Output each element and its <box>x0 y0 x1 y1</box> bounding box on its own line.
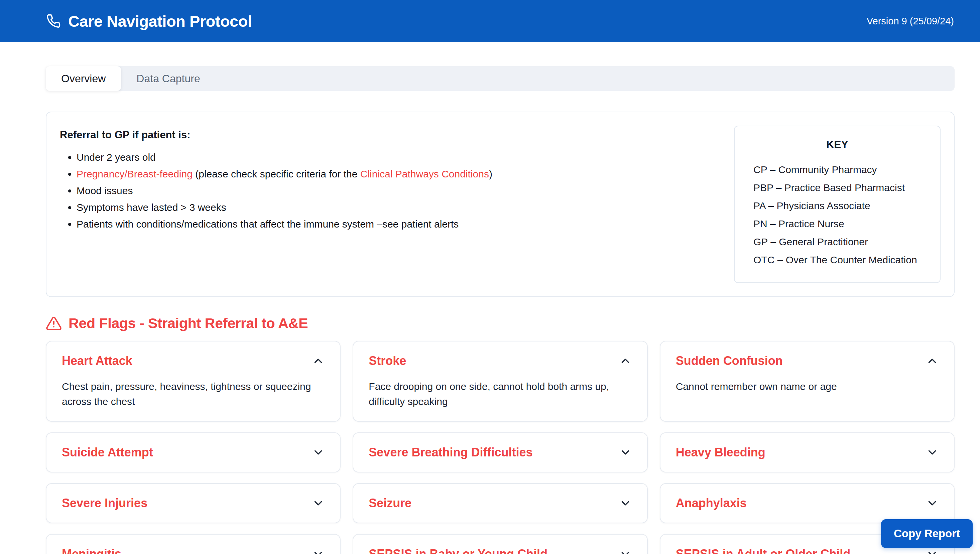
red-flags-grid: Heart AttackChest pain, pressure, heavin… <box>46 341 955 554</box>
tab-overview[interactable]: Overview <box>46 66 121 91</box>
card-body: Cannot remember own name or age <box>676 379 939 394</box>
card-toggle-sudden-confusion[interactable]: Sudden Confusion <box>676 353 939 368</box>
referral-item: Symptoms have lasted > 3 weeks <box>76 201 720 214</box>
key-panel: KEY CP – Community PharmacyPBP – Practic… <box>734 126 940 283</box>
card-heart-attack: Heart AttackChest pain, pressure, heavin… <box>46 341 341 422</box>
card-sepsis-in-baby-or-young-child: SEPSIS in Baby or Young Child <box>353 534 647 554</box>
page-title: Care Navigation Protocol <box>68 12 252 30</box>
card-title: Heavy Bleeding <box>676 445 765 460</box>
referral-item: Pregnancy/Breast-feeding (please check s… <box>76 168 720 180</box>
key-entry: OTC – Over The Counter Medication <box>754 251 921 269</box>
red-flags-heading: Red Flags - Straight Referral to A&E <box>69 315 308 331</box>
chevron-down-icon[interactable] <box>926 497 939 509</box>
app-header-left: Care Navigation Protocol <box>46 12 252 30</box>
card-toggle-suicide-attempt[interactable]: Suicide Attempt <box>62 445 325 460</box>
referral-item: Under 2 years old <box>76 151 720 164</box>
card-suicide-attempt: Suicide Attempt <box>46 432 341 473</box>
card-title: Severe Injuries <box>62 496 147 511</box>
key-title: KEY <box>754 138 921 151</box>
card-toggle-heart-attack[interactable]: Heart Attack <box>62 353 325 368</box>
card-sudden-confusion: Sudden ConfusionCannot remember own name… <box>660 341 955 422</box>
key-entry: CP – Community Pharmacy <box>754 161 921 179</box>
key-entry: PA – Physicians Associate <box>754 197 921 215</box>
referral-text: Mood issues <box>76 185 133 196</box>
tab-bar: Overview Data Capture <box>46 66 955 91</box>
chevron-down-icon[interactable] <box>619 446 632 459</box>
referral-link[interactable]: Clinical Pathways Conditions <box>360 169 489 180</box>
card-severe-breathing-difficulties: Severe Breathing Difficulties <box>353 432 647 473</box>
referral-text: (please check specific criteria for the <box>193 169 360 180</box>
card-toggle-stroke[interactable]: Stroke <box>369 353 631 368</box>
card-title: Meningitis <box>62 547 121 554</box>
card-title: Sudden Confusion <box>676 353 783 368</box>
card-title: Suicide Attempt <box>62 445 153 460</box>
chevron-down-icon[interactable] <box>312 497 325 509</box>
card-body: Face drooping on one side, cannot hold b… <box>369 379 631 409</box>
card-toggle-severe-injuries[interactable]: Severe Injuries <box>62 496 325 511</box>
referral-heading: Referral to GP if patient is: <box>60 129 720 141</box>
tab-data-capture[interactable]: Data Capture <box>121 66 215 91</box>
card-title: Severe Breathing Difficulties <box>369 445 532 460</box>
red-flags-heading-row: Red Flags - Straight Referral to A&E <box>46 315 955 331</box>
referral-list: Under 2 years oldPregnancy/Breast-feedin… <box>60 151 720 231</box>
referral-item: Patients with conditions/medications tha… <box>76 218 720 231</box>
chevron-down-icon[interactable] <box>926 548 939 554</box>
referral-text: ) <box>489 169 492 180</box>
app-header: Care Navigation Protocol Version 9 (25/0… <box>0 0 980 42</box>
chevron-up-icon[interactable] <box>619 355 632 367</box>
card-toggle-severe-breathing-difficulties[interactable]: Severe Breathing Difficulties <box>369 445 631 460</box>
card-meningitis: Meningitis <box>46 534 341 554</box>
card-heavy-bleeding: Heavy Bleeding <box>660 432 955 473</box>
card-title: SEPSIS in Baby or Young Child <box>369 547 548 554</box>
warning-triangle-icon <box>46 315 62 331</box>
version-label: Version 9 (25/09/24) <box>867 16 954 27</box>
card-title: Heart Attack <box>62 353 132 368</box>
card-severe-injuries: Severe Injuries <box>46 483 341 523</box>
card-anaphylaxis: Anaphylaxis <box>660 483 955 523</box>
chevron-down-icon[interactable] <box>619 497 632 509</box>
key-entry: GP – General Practitioner <box>754 233 921 251</box>
card-title: Anaphylaxis <box>676 496 747 511</box>
card-stroke: StrokeFace drooping on one side, cannot … <box>353 341 647 422</box>
copy-report-button[interactable]: Copy Report <box>881 519 973 548</box>
referral-content: Referral to GP if patient is: Under 2 ye… <box>60 126 720 283</box>
key-entries: CP – Community PharmacyPBP – Practice Ba… <box>754 161 921 269</box>
card-toggle-anaphylaxis[interactable]: Anaphylaxis <box>676 496 939 511</box>
card-title: SEPSIS in Adult or Older Child <box>676 547 851 554</box>
chevron-down-icon[interactable] <box>312 548 325 554</box>
chevron-down-icon[interactable] <box>619 548 632 554</box>
phone-icon <box>46 14 61 29</box>
referral-item: Mood issues <box>76 185 720 197</box>
key-entry: PBP – Practice Based Pharmacist <box>754 179 921 197</box>
referral-text: Under 2 years old <box>76 152 156 163</box>
card-toggle-meningitis[interactable]: Meningitis <box>62 547 325 554</box>
card-toggle-seizure[interactable]: Seizure <box>369 496 631 511</box>
referral-text: Patients with conditions/medications tha… <box>76 218 459 229</box>
referral-text: Symptoms have lasted > 3 weeks <box>76 202 226 213</box>
red-emphasis-text: Pregnancy/Breast-feeding <box>76 169 193 180</box>
chevron-up-icon[interactable] <box>926 355 939 367</box>
chevron-up-icon[interactable] <box>312 355 325 367</box>
chevron-down-icon[interactable] <box>312 446 325 459</box>
key-entry: PN – Practice Nurse <box>754 215 921 233</box>
referral-panel: Referral to GP if patient is: Under 2 ye… <box>46 111 955 297</box>
card-toggle-heavy-bleeding[interactable]: Heavy Bleeding <box>676 445 939 460</box>
main-content: Overview Data Capture Referral to GP if … <box>0 66 980 554</box>
card-body: Chest pain, pressure, heaviness, tightne… <box>62 379 325 409</box>
card-title: Seizure <box>369 496 411 511</box>
card-title: Stroke <box>369 353 406 368</box>
chevron-down-icon[interactable] <box>926 446 939 459</box>
card-toggle-sepsis-in-baby-or-young-child[interactable]: SEPSIS in Baby or Young Child <box>369 547 631 554</box>
card-seizure: Seizure <box>353 483 647 523</box>
